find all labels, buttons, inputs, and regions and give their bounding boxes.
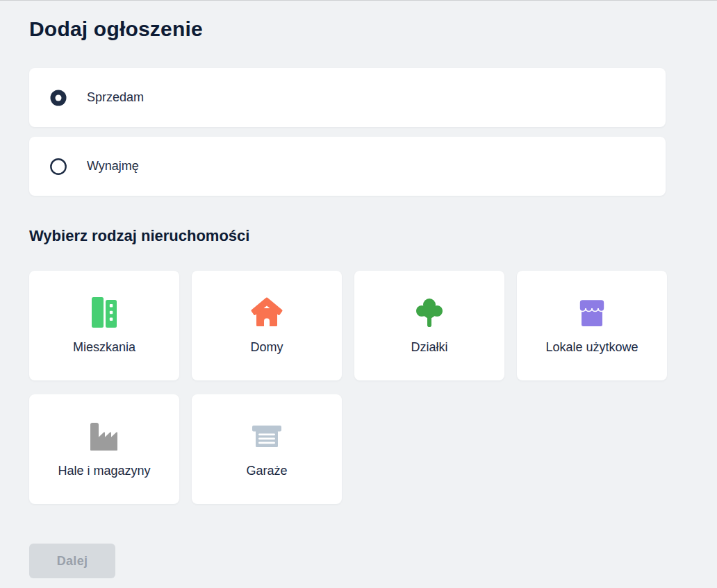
category-card-dzialki[interactable]: Działki [354, 271, 504, 380]
category-card-garaze[interactable]: Garaże [192, 394, 342, 504]
category-label: Hale i magazyny [58, 464, 150, 478]
option-label-sprzedam: Sprzedam [87, 90, 144, 105]
page-title: Dodaj ogłoszenie [29, 17, 688, 40]
category-label: Domy [250, 340, 283, 355]
category-label: Działki [411, 340, 447, 355]
garage-icon [249, 420, 285, 452]
category-label: Lokale użytkowe [545, 340, 638, 355]
category-label: Garaże [246, 464, 287, 478]
factory-icon [86, 420, 122, 452]
apartments-icon [86, 296, 122, 328]
category-card-domy[interactable]: Domy [192, 271, 342, 380]
house-icon [249, 296, 285, 328]
next-button[interactable]: Dalej [29, 544, 115, 578]
radio-selected-icon[interactable] [49, 89, 67, 107]
section-heading: Wybierz rodzaj nieruchomości [29, 227, 688, 245]
add-listing-page: Dodaj ogłoszenie Sprzedam Wynajmę Wybier… [0, 17, 717, 578]
radio-unselected-icon[interactable] [49, 158, 67, 176]
category-card-hale[interactable]: Hale i magazyny [29, 394, 179, 504]
category-card-lokale[interactable]: Lokale użytkowe [517, 271, 667, 380]
option-label-wynajme: Wynajmę [87, 159, 139, 174]
storefront-icon [574, 296, 610, 328]
tree-icon [411, 296, 447, 328]
category-card-mieszkania[interactable]: Mieszkania [29, 271, 179, 380]
option-wynajme[interactable]: Wynajmę [29, 137, 666, 196]
category-label: Mieszkania [73, 340, 135, 355]
option-sprzedam[interactable]: Sprzedam [29, 68, 666, 127]
category-grid: Mieszkania Domy [29, 271, 688, 504]
